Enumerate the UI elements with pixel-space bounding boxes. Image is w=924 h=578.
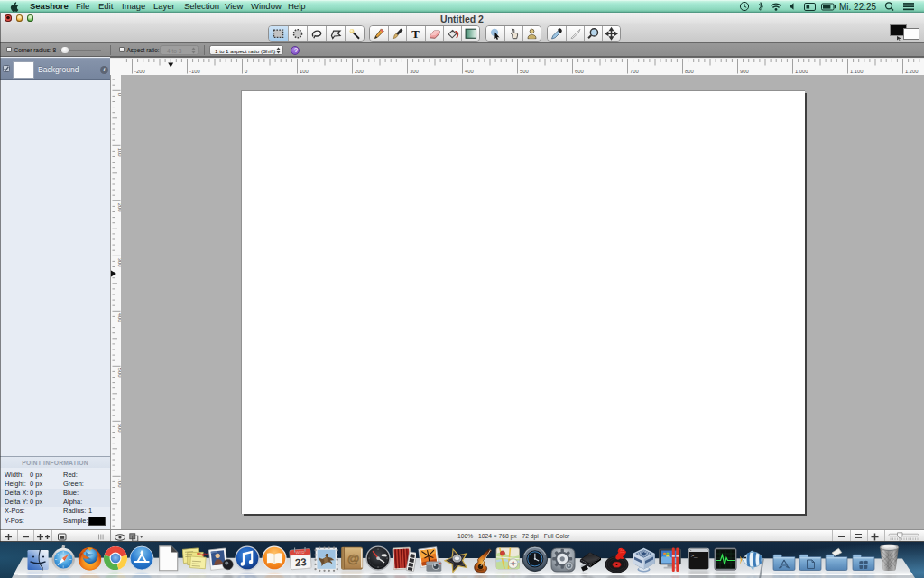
svg-text:Mi. 22:25: Mi. 22:25 (839, 2, 877, 12)
svg-text:700: 700 (117, 479, 122, 488)
svg-text:100: 100 (300, 69, 309, 74)
svg-text:0: 0 (245, 69, 247, 74)
svg-text:300: 300 (410, 69, 419, 74)
svg-text:1.100: 1.100 (850, 69, 864, 74)
svg-text:600: 600 (117, 424, 122, 433)
svg-text:T: T (412, 27, 420, 40)
svg-text:@: @ (347, 552, 360, 565)
svg-text:400: 400 (465, 69, 474, 74)
svg-text:800: 800 (685, 69, 694, 74)
svg-text:WED: WED (295, 550, 304, 555)
svg-text:Flight: Flight (197, 552, 208, 556)
svg-text:300: 300 (117, 258, 122, 267)
svg-text:-100: -100 (189, 69, 200, 74)
svg-text:600: 600 (575, 69, 584, 74)
svg-text:700: 700 (630, 69, 639, 74)
svg-text:100: 100 (117, 148, 122, 157)
svg-text:900: 900 (740, 69, 749, 74)
svg-text:200: 200 (117, 203, 122, 212)
svg-text:>_: >_ (690, 553, 698, 559)
svg-text:0: 0 (117, 93, 122, 96)
svg-text:1.000: 1.000 (795, 69, 808, 74)
svg-text:-200: -200 (134, 69, 145, 74)
svg-text:200: 200 (355, 69, 364, 74)
svg-text:1.200: 1.200 (905, 69, 919, 74)
svg-text:23: 23 (294, 556, 307, 568)
svg-text:500: 500 (117, 368, 122, 378)
svg-text:400: 400 (117, 313, 122, 322)
svg-text:500: 500 (520, 69, 529, 74)
